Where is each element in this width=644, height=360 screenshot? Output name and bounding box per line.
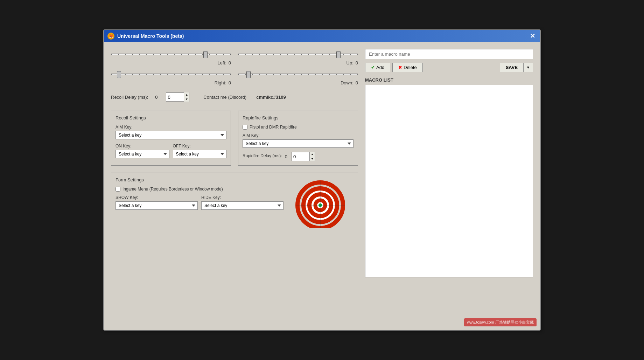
left-label: Left: <box>217 60 226 65</box>
settings-row: Recoil Settings AIM Key: Select a key ON… <box>111 111 358 166</box>
save-group: SAVE ▼ <box>500 63 533 72</box>
rapidfire-delay-label: Rapidfire Delay (ms): <box>243 153 282 158</box>
up-slider[interactable] <box>238 51 358 58</box>
form-settings-left: Form Settings Ingame Menu (Requires Bord… <box>115 177 284 230</box>
left-slider[interactable] <box>111 51 231 58</box>
save-button[interactable]: SAVE <box>500 63 523 72</box>
off-key-label: OFF Key: <box>173 144 227 148</box>
ingame-menu-label: Ingame Menu (Requires Borderless or Wind… <box>122 187 223 192</box>
rapidfire-delay-up[interactable]: ▲ <box>310 152 315 157</box>
rapidfire-delay-arrows: ▲ ▼ <box>309 152 315 161</box>
form-settings-title: Form Settings <box>115 177 284 182</box>
rapidfire-delay-input[interactable] <box>292 152 309 161</box>
rapidfire-settings-title: Rapidfire Settings <box>243 115 354 120</box>
recoil-delay-input[interactable] <box>166 93 184 101</box>
macro-list-box <box>365 85 533 277</box>
recoil-delay-down[interactable]: ▼ <box>184 97 189 102</box>
down-slider[interactable] <box>238 71 358 78</box>
on-key-field: ON Key: Select a key <box>115 144 169 158</box>
rapidfire-delay-row: Rapidfire Delay (ms): 0 ▲ ▼ <box>243 152 354 161</box>
right-value: 0 <box>229 80 231 85</box>
down-slider-wrapper <box>238 69 358 79</box>
rapidfire-settings-box: Rapidfire Settings Pistol and DMR Rapidf… <box>238 111 358 166</box>
macro-list-label: MACRO LIST <box>365 77 533 83</box>
hide-key-dropdown[interactable]: Select a key <box>201 201 284 210</box>
pistol-dmr-label: Pistol and DMR Rapidfire <box>250 125 297 130</box>
left-value: 0 <box>229 60 231 65</box>
main-content: Left: 0 Up: 0 <box>104 42 540 284</box>
discord-value: cmmlkc#3109 <box>256 95 286 100</box>
right-label: Right: <box>215 80 226 85</box>
save-dropdown-button[interactable]: ▼ <box>523 63 533 72</box>
macro-name-input[interactable] <box>365 49 533 59</box>
macro-buttons: ✔ Add ✖ Delete SAVE ▼ <box>365 63 533 72</box>
ingame-menu-checkbox[interactable] <box>115 187 120 192</box>
aim-key-label: AIM Key: <box>115 125 226 130</box>
x-icon: ✖ <box>398 65 402 70</box>
rapidfire-delay-value: 0 <box>285 154 287 159</box>
close-button[interactable]: ✕ <box>528 32 537 40</box>
left-slider-wrapper <box>111 49 231 60</box>
contact-label: Contact me (Discord) <box>203 95 246 100</box>
delete-button[interactable]: ✖ Delete <box>392 63 423 72</box>
down-label: Down: <box>341 80 354 85</box>
recoil-settings-box: Recoil Settings AIM Key: Select a key ON… <box>111 111 231 166</box>
show-key-dropdown[interactable]: Select a key <box>115 201 198 210</box>
left-panel: Left: 0 Up: 0 <box>111 49 358 277</box>
recoil-delay-label: Recoil Delay (ms): <box>111 95 148 100</box>
left-slider-group: Left: 0 <box>111 49 231 65</box>
recoil-delay-spinbox: ▲ ▼ <box>166 92 189 102</box>
off-key-dropdown[interactable]: Select a key <box>173 150 227 158</box>
down-slider-group: Down: 0 <box>238 69 358 85</box>
right-slider-wrapper <box>111 69 231 79</box>
on-off-keys: ON Key: Select a key OFF Key: Select a k… <box>115 144 226 158</box>
add-button[interactable]: ✔ Add <box>365 63 390 72</box>
up-value: 0 <box>356 60 358 65</box>
show-key-field: SHOW Key: Select a key <box>115 195 198 210</box>
delete-label: Delete <box>404 65 417 70</box>
watermark-text: www.tcsaw.com 厂热辅助网@小白宝藏 <box>467 320 534 325</box>
up-slider-label-row: Up: 0 <box>238 60 358 65</box>
down-value: 0 <box>356 80 358 85</box>
recoil-delay-up[interactable]: ▲ <box>184 92 189 97</box>
watermark-inner: www.tcsaw.com 厂热辅助网@小白宝藏 <box>464 318 537 326</box>
title-bar: 🦊 Universal Macro Tools (beta) ✕ <box>104 30 540 42</box>
hide-key-field: HIDE Key: Select a key <box>201 195 284 210</box>
main-window: 🦊 Universal Macro Tools (beta) ✕ Left: <box>103 29 541 331</box>
on-key-dropdown[interactable]: Select a key <box>115 150 169 158</box>
target-svg <box>292 179 348 228</box>
rapidfire-delay-down[interactable]: ▼ <box>310 157 315 161</box>
up-slider-wrapper <box>238 49 358 60</box>
divider-1 <box>111 107 358 107</box>
up-slider-group: Up: 0 <box>238 49 358 65</box>
target-image <box>290 177 350 230</box>
recoil-delay-value: 0 <box>155 95 158 100</box>
rapidfire-aim-key-dropdown[interactable]: Select a key <box>243 139 354 148</box>
checkmark-icon: ✔ <box>371 65 375 70</box>
off-key-field: OFF Key: Select a key <box>173 144 227 158</box>
right-slider-label-row: Right: 0 <box>111 80 231 85</box>
rapidfire-delay-spinbox: ▲ ▼ <box>292 152 315 161</box>
app-icon: 🦊 <box>107 33 114 40</box>
delay-row: Recoil Delay (ms): 0 ▲ ▼ Contact me (Dis… <box>111 92 358 102</box>
pistol-dmr-checkbox[interactable] <box>243 125 247 130</box>
watermark: www.tcsaw.com 厂热辅助网@小白宝藏 <box>464 318 537 326</box>
on-key-label: ON Key: <box>115 144 169 148</box>
hide-key-label: HIDE Key: <box>201 195 284 200</box>
form-settings-box: Form Settings Ingame Menu (Requires Bord… <box>111 173 358 234</box>
slider-row-2: Right: 0 Down: 0 <box>111 69 358 85</box>
aim-key-dropdown[interactable]: Select a key <box>115 131 226 139</box>
right-panel: ✔ Add ✖ Delete SAVE ▼ MACRO LIST <box>365 49 533 277</box>
show-key-label: SHOW Key: <box>115 195 198 200</box>
show-hide-keys: SHOW Key: Select a key HIDE Key: Select … <box>115 195 284 210</box>
form-settings-right <box>290 177 354 230</box>
title-bar-left: 🦊 Universal Macro Tools (beta) <box>107 33 184 40</box>
recoil-settings-title: Recoil Settings <box>115 115 226 120</box>
window-title: Universal Macro Tools (beta) <box>117 33 184 39</box>
pistol-dmr-row: Pistol and DMR Rapidfire <box>243 125 354 130</box>
right-slider[interactable] <box>111 71 231 78</box>
ingame-menu-row: Ingame Menu (Requires Borderless or Wind… <box>115 187 284 192</box>
up-label: Up: <box>346 60 354 65</box>
left-slider-label-row: Left: 0 <box>111 60 231 65</box>
slider-row-1: Left: 0 Up: 0 <box>111 49 358 65</box>
